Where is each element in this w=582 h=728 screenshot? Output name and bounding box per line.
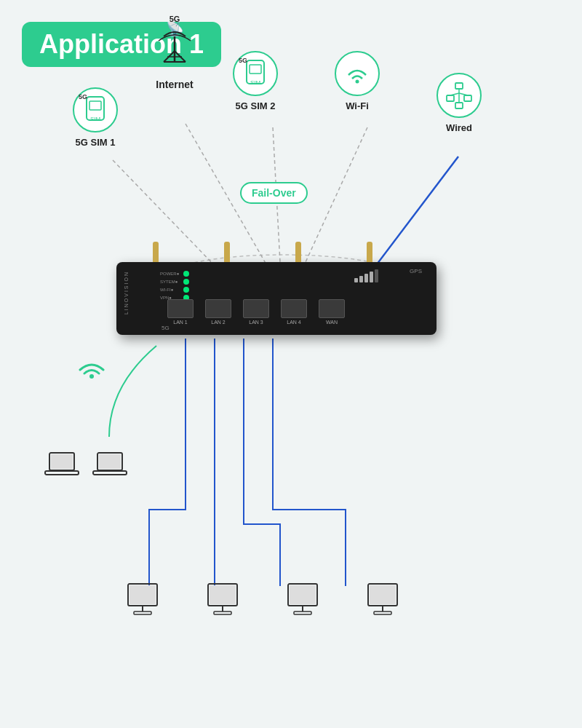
router-gps-label: GPS <box>410 268 422 274</box>
sim1-group: 5G SIM 5G SIM 1 <box>73 87 118 148</box>
wired-client-desktop-4 <box>364 582 402 627</box>
svg-text:SIM: SIM <box>90 116 101 122</box>
svg-rect-23 <box>455 103 463 108</box>
svg-rect-34 <box>93 471 127 475</box>
antenna-4 <box>367 242 372 262</box>
antenna-3 <box>295 242 301 262</box>
sim2-group: 5G SIM 5G SIM 2 <box>233 51 278 111</box>
port-lan3: LAN 3 <box>243 299 269 325</box>
svg-rect-44 <box>290 585 316 604</box>
wifi-group: Wi-Fi <box>335 51 380 111</box>
signal-bars <box>354 269 378 282</box>
svg-rect-31 <box>45 471 79 475</box>
wired-clients-group <box>124 582 402 627</box>
router-leds: POWER● SYTEM● WI-FI● VPN● <box>160 271 189 301</box>
svg-rect-21 <box>447 95 454 101</box>
svg-text:SIM: SIM <box>250 79 261 86</box>
router-brand: LINOVISION <box>124 271 129 314</box>
wifi-clients-group <box>44 451 128 488</box>
wired-client-desktop-3 <box>284 582 322 627</box>
svg-line-26 <box>459 93 468 95</box>
wifi-client-laptop-1 <box>44 451 80 488</box>
svg-rect-38 <box>134 612 151 614</box>
internet-label: Internet <box>153 79 196 90</box>
svg-rect-50 <box>374 612 391 614</box>
wifi-broadcast-icon <box>79 357 105 384</box>
svg-rect-48 <box>370 585 396 604</box>
svg-rect-17 <box>250 65 261 74</box>
wired-client-desktop-2 <box>204 582 242 627</box>
router-5g-label: 5G <box>162 325 170 331</box>
antenna-1 <box>153 242 159 262</box>
svg-point-28 <box>89 374 94 379</box>
port-lan1: LAN 1 <box>167 299 194 325</box>
wired-label: Wired <box>436 122 482 133</box>
svg-rect-36 <box>129 585 156 604</box>
svg-rect-46 <box>294 612 311 614</box>
svg-line-25 <box>450 93 459 95</box>
internet-tower-icon: 5G 📡 Internet <box>153 22 196 90</box>
router-device: LINOVISION POWER● SYTEM● WI-FI● VPN● GPS <box>116 262 436 335</box>
router-ports: LAN 1 LAN 2 LAN 3 LAN 4 WAN <box>167 299 345 325</box>
wifi-label: Wi-Fi <box>335 100 380 111</box>
port-lan4: LAN 4 <box>281 299 307 325</box>
port-wan: WAN <box>319 299 345 325</box>
wifi-client-laptop-2 <box>92 451 128 488</box>
router-antennas <box>153 242 372 262</box>
port-lan2: LAN 2 <box>205 299 231 325</box>
5g-badge: 5G <box>170 15 180 23</box>
svg-rect-40 <box>210 585 236 604</box>
svg-rect-42 <box>214 612 231 614</box>
sim1-label: 5G SIM 1 <box>73 137 118 148</box>
svg-rect-20 <box>455 83 463 89</box>
wired-client-desktop-1 <box>124 582 162 627</box>
sim2-label: 5G SIM 2 <box>233 100 278 111</box>
antenna-2 <box>224 242 230 262</box>
wired-group: Wired <box>436 73 482 133</box>
failover-badge: Fail-Over <box>240 182 308 204</box>
svg-rect-30 <box>51 454 73 469</box>
svg-rect-33 <box>99 454 121 469</box>
svg-rect-22 <box>464 95 471 101</box>
svg-point-19 <box>356 80 359 84</box>
svg-rect-14 <box>89 101 101 110</box>
